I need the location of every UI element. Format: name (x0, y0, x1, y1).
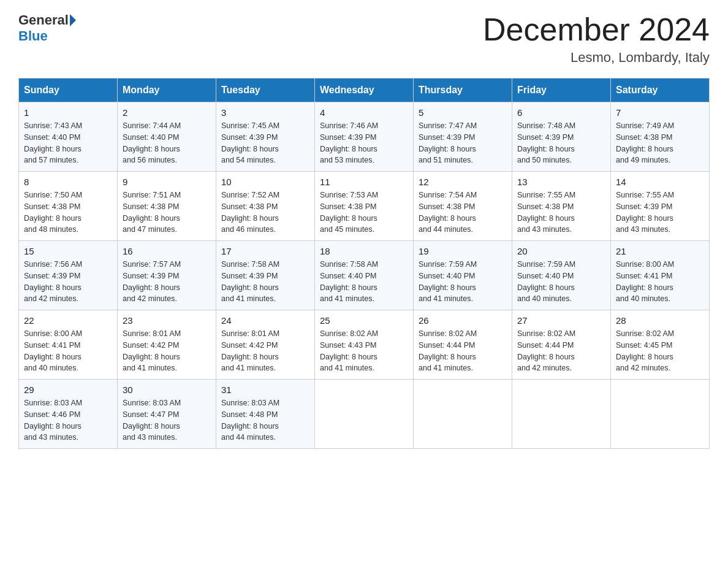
day-number: 31 (221, 385, 309, 395)
day-info: Sunrise: 7:56 AM Sunset: 4:39 PM Dayligh… (24, 259, 112, 305)
calendar-cell: 13 Sunrise: 7:55 AM Sunset: 4:38 PM Dayl… (512, 172, 611, 241)
calendar-cell: 15 Sunrise: 7:56 AM Sunset: 4:39 PM Dayl… (19, 241, 118, 310)
logo-arrow-icon (70, 14, 76, 26)
day-info: Sunrise: 8:00 AM Sunset: 4:41 PM Dayligh… (24, 328, 112, 374)
day-number: 1 (24, 107, 112, 118)
day-info: Sunrise: 8:02 AM Sunset: 4:44 PM Dayligh… (419, 328, 507, 374)
calendar-cell: 12 Sunrise: 7:54 AM Sunset: 4:38 PM Dayl… (414, 172, 512, 241)
day-number: 16 (123, 246, 211, 256)
calendar-cell (512, 380, 611, 449)
day-number: 25 (320, 315, 408, 326)
calendar-cell: 28 Sunrise: 8:02 AM Sunset: 4:45 PM Dayl… (611, 310, 710, 380)
header-wednesday: Wednesday (315, 79, 414, 102)
calendar-cell: 18 Sunrise: 7:58 AM Sunset: 4:40 PM Dayl… (315, 241, 414, 310)
day-number: 11 (320, 177, 408, 187)
day-info: Sunrise: 7:59 AM Sunset: 4:40 PM Dayligh… (517, 259, 605, 305)
calendar-cell: 16 Sunrise: 7:57 AM Sunset: 4:39 PM Dayl… (118, 241, 216, 310)
day-info: Sunrise: 7:55 AM Sunset: 4:39 PM Dayligh… (616, 190, 704, 236)
day-info: Sunrise: 7:52 AM Sunset: 4:38 PM Dayligh… (221, 190, 309, 236)
day-number: 19 (419, 246, 507, 256)
day-number: 7 (616, 107, 704, 118)
calendar-cell: 19 Sunrise: 7:59 AM Sunset: 4:40 PM Dayl… (414, 241, 512, 310)
calendar-table: Sunday Monday Tuesday Wednesday Thursday… (18, 78, 710, 449)
day-info: Sunrise: 7:46 AM Sunset: 4:39 PM Dayligh… (320, 120, 408, 166)
day-number: 12 (419, 177, 507, 187)
calendar-cell: 2 Sunrise: 7:44 AM Sunset: 4:40 PM Dayli… (118, 102, 216, 172)
calendar-cell (414, 380, 512, 449)
header-friday: Friday (512, 79, 611, 102)
calendar-cell: 31 Sunrise: 8:03 AM Sunset: 4:48 PM Dayl… (216, 380, 315, 449)
calendar-cell: 14 Sunrise: 7:55 AM Sunset: 4:39 PM Dayl… (611, 172, 710, 241)
day-info: Sunrise: 8:02 AM Sunset: 4:44 PM Dayligh… (517, 328, 605, 374)
page-header: General Blue December 2024 Lesmo, Lombar… (18, 12, 710, 66)
day-number: 30 (123, 385, 211, 395)
day-info: Sunrise: 7:49 AM Sunset: 4:38 PM Dayligh… (616, 120, 704, 166)
day-number: 17 (221, 246, 309, 256)
day-info: Sunrise: 7:47 AM Sunset: 4:39 PM Dayligh… (419, 120, 507, 166)
title-block: December 2024 Lesmo, Lombardy, Italy (483, 12, 710, 66)
day-info: Sunrise: 8:03 AM Sunset: 4:48 PM Dayligh… (221, 397, 309, 443)
day-info: Sunrise: 7:50 AM Sunset: 4:38 PM Dayligh… (24, 190, 112, 236)
day-info: Sunrise: 7:53 AM Sunset: 4:38 PM Dayligh… (320, 190, 408, 236)
day-number: 9 (123, 177, 211, 187)
day-number: 20 (517, 246, 605, 256)
day-info: Sunrise: 8:00 AM Sunset: 4:41 PM Dayligh… (616, 259, 704, 305)
day-info: Sunrise: 7:57 AM Sunset: 4:39 PM Dayligh… (123, 259, 211, 305)
calendar-week-5: 29 Sunrise: 8:03 AM Sunset: 4:46 PM Dayl… (19, 380, 710, 449)
calendar-cell: 1 Sunrise: 7:43 AM Sunset: 4:40 PM Dayli… (19, 102, 118, 172)
calendar-cell: 11 Sunrise: 7:53 AM Sunset: 4:38 PM Dayl… (315, 172, 414, 241)
calendar-cell: 9 Sunrise: 7:51 AM Sunset: 4:38 PM Dayli… (118, 172, 216, 241)
day-info: Sunrise: 7:58 AM Sunset: 4:39 PM Dayligh… (221, 259, 309, 305)
day-number: 21 (616, 246, 704, 256)
calendar-cell (315, 380, 414, 449)
day-number: 8 (24, 177, 112, 187)
location: Lesmo, Lombardy, Italy (483, 50, 710, 66)
logo-general: General (18, 12, 69, 28)
day-number: 4 (320, 107, 408, 118)
day-number: 29 (24, 385, 112, 395)
day-number: 15 (24, 246, 112, 256)
day-number: 26 (419, 315, 507, 326)
day-number: 23 (123, 315, 211, 326)
month-title: December 2024 (483, 12, 710, 47)
calendar-cell: 8 Sunrise: 7:50 AM Sunset: 4:38 PM Dayli… (19, 172, 118, 241)
day-info: Sunrise: 8:02 AM Sunset: 4:43 PM Dayligh… (320, 328, 408, 374)
day-number: 2 (123, 107, 211, 118)
calendar-cell: 22 Sunrise: 8:00 AM Sunset: 4:41 PM Dayl… (19, 310, 118, 380)
calendar-cell: 6 Sunrise: 7:48 AM Sunset: 4:39 PM Dayli… (512, 102, 611, 172)
header-saturday: Saturday (611, 79, 710, 102)
header-tuesday: Tuesday (216, 79, 315, 102)
logo-blue-text: Blue (18, 28, 48, 44)
day-number: 13 (517, 177, 605, 187)
day-info: Sunrise: 7:48 AM Sunset: 4:39 PM Dayligh… (517, 120, 605, 166)
calendar-cell: 20 Sunrise: 7:59 AM Sunset: 4:40 PM Dayl… (512, 241, 611, 310)
calendar-cell: 30 Sunrise: 8:03 AM Sunset: 4:47 PM Dayl… (118, 380, 216, 449)
day-info: Sunrise: 7:55 AM Sunset: 4:38 PM Dayligh… (517, 190, 605, 236)
day-info: Sunrise: 8:03 AM Sunset: 4:46 PM Dayligh… (24, 397, 112, 443)
calendar-cell: 5 Sunrise: 7:47 AM Sunset: 4:39 PM Dayli… (414, 102, 512, 172)
header-monday: Monday (118, 79, 216, 102)
calendar-week-3: 15 Sunrise: 7:56 AM Sunset: 4:39 PM Dayl… (19, 241, 710, 310)
calendar-week-1: 1 Sunrise: 7:43 AM Sunset: 4:40 PM Dayli… (19, 102, 710, 172)
calendar-cell: 21 Sunrise: 8:00 AM Sunset: 4:41 PM Dayl… (611, 241, 710, 310)
day-number: 14 (616, 177, 704, 187)
calendar-cell: 3 Sunrise: 7:45 AM Sunset: 4:39 PM Dayli… (216, 102, 315, 172)
day-info: Sunrise: 7:45 AM Sunset: 4:39 PM Dayligh… (221, 120, 309, 166)
day-number: 5 (419, 107, 507, 118)
calendar-cell: 23 Sunrise: 8:01 AM Sunset: 4:42 PM Dayl… (118, 310, 216, 380)
day-info: Sunrise: 8:03 AM Sunset: 4:47 PM Dayligh… (123, 397, 211, 443)
day-info: Sunrise: 8:02 AM Sunset: 4:45 PM Dayligh… (616, 328, 704, 374)
day-info: Sunrise: 7:43 AM Sunset: 4:40 PM Dayligh… (24, 120, 112, 166)
calendar-cell: 10 Sunrise: 7:52 AM Sunset: 4:38 PM Dayl… (216, 172, 315, 241)
day-info: Sunrise: 7:59 AM Sunset: 4:40 PM Dayligh… (419, 259, 507, 305)
day-number: 10 (221, 177, 309, 187)
calendar-cell: 4 Sunrise: 7:46 AM Sunset: 4:39 PM Dayli… (315, 102, 414, 172)
day-info: Sunrise: 7:44 AM Sunset: 4:40 PM Dayligh… (123, 120, 211, 166)
calendar-cell: 25 Sunrise: 8:02 AM Sunset: 4:43 PM Dayl… (315, 310, 414, 380)
calendar-cell: 24 Sunrise: 8:01 AM Sunset: 4:42 PM Dayl… (216, 310, 315, 380)
day-info: Sunrise: 7:54 AM Sunset: 4:38 PM Dayligh… (419, 190, 507, 236)
calendar-cell: 29 Sunrise: 8:03 AM Sunset: 4:46 PM Dayl… (19, 380, 118, 449)
calendar-cell: 27 Sunrise: 8:02 AM Sunset: 4:44 PM Dayl… (512, 310, 611, 380)
header-thursday: Thursday (414, 79, 512, 102)
day-number: 28 (616, 315, 704, 326)
